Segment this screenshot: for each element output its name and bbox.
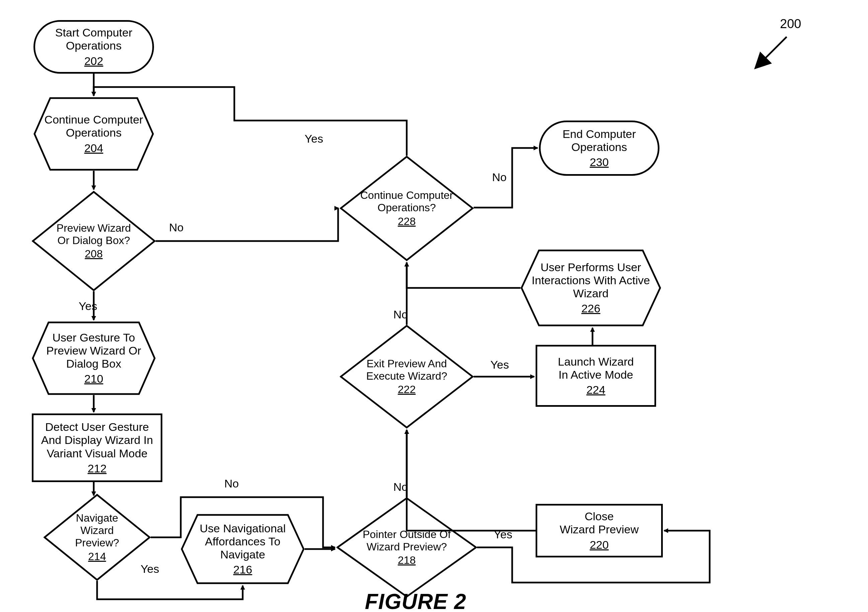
node-label: Pointer Outside Of Wizard Preview? — [356, 528, 457, 553]
decision-pointer-218: Pointer Outside Of Wizard Preview? 218 — [336, 497, 477, 598]
node-label: Close Wizard Preview — [560, 510, 639, 536]
figure-caption: FIGURE 2 — [365, 589, 466, 612]
edge-label-228-yes: Yes — [305, 132, 323, 145]
node-number: 228 — [398, 215, 415, 228]
edge-label-214-yes: Yes — [141, 562, 159, 575]
node-label: Continue Computer Operations — [38, 113, 149, 139]
terminator-end-230: End Computer Operations 230 — [539, 121, 659, 176]
edge-label-222-no: No — [393, 308, 408, 321]
figure-number-arrow — [750, 34, 790, 74]
node-label: Use Navigational Affordances To Navigate — [186, 522, 300, 561]
node-label: Launch Wizard In Active Mode — [558, 355, 634, 381]
node-number: 202 — [84, 54, 104, 68]
node-number: 226 — [581, 302, 601, 315]
edge-label-222-yes: Yes — [490, 358, 509, 371]
node-label: Navigate Wizard Preview? — [64, 512, 130, 549]
node-number: 214 — [88, 550, 106, 563]
edge-label-208-no: No — [169, 221, 183, 234]
node-label: Preview Wizard Or Dialog Box? — [52, 222, 136, 247]
node-number: 218 — [398, 554, 415, 567]
svg-line-0 — [756, 37, 787, 67]
node-label: Exit Preview And Execute Wizard? — [360, 358, 454, 382]
node-number: 222 — [398, 383, 415, 396]
node-label: User Gesture To Preview Wizard Or Dialog… — [37, 331, 151, 370]
edge-label-218-yes: Yes — [494, 528, 512, 541]
node-number: 204 — [84, 142, 104, 155]
edge-label-228-no: No — [492, 171, 507, 184]
figure-number-label: 200 — [780, 17, 801, 31]
decision-navigate-214: Navigate Wizard Preview? 214 — [43, 494, 150, 581]
node-number: 208 — [85, 248, 102, 260]
edge-label-214-no: No — [224, 477, 239, 490]
userop-interact-226: User Performs User Interactions With Act… — [521, 249, 661, 327]
terminator-start-202: Start Computer Operations 202 — [34, 20, 154, 74]
node-number: 216 — [233, 563, 253, 576]
userop-continue-204: Continue Computer Operations 204 — [34, 97, 154, 171]
edge-label-218-no: No — [393, 480, 408, 493]
decision-continue-228: Continue Computer Operations? 228 — [340, 156, 474, 261]
process-launch-224: Launch Wizard In Active Mode 224 — [536, 345, 656, 407]
node-number: 220 — [590, 538, 609, 552]
edge-label-208-yes: Yes — [79, 300, 97, 313]
node-number: 230 — [590, 156, 609, 169]
node-label: Start Computer Operations — [55, 26, 133, 52]
decision-preview-208: Preview Wizard Or Dialog Box? 208 — [32, 191, 156, 291]
flowchart-stage: 200 Start Computer Operations 202 Contin… — [0, 0, 868, 612]
node-number: 210 — [84, 372, 104, 385]
node-number: 212 — [88, 462, 107, 475]
decision-exit-222: Exit Preview And Execute Wizard? 222 — [340, 325, 474, 429]
process-close-220: Close Wizard Preview 220 — [536, 504, 663, 558]
node-label: End Computer Operations — [563, 127, 636, 154]
node-label: User Performs User Interactions With Act… — [525, 261, 656, 300]
process-detect-212: Detect User Gesture And Display Wizard I… — [32, 414, 162, 482]
userop-gesture-210: User Gesture To Preview Wizard Or Dialog… — [32, 321, 156, 395]
node-label: Continue Computer Operations? — [360, 189, 454, 214]
userop-navigate-216: Use Navigational Affordances To Navigate… — [181, 514, 305, 584]
node-number: 224 — [586, 383, 606, 397]
figure-number-text: 200 — [780, 17, 801, 31]
node-label: Detect User Gesture And Display Wizard I… — [41, 420, 153, 460]
